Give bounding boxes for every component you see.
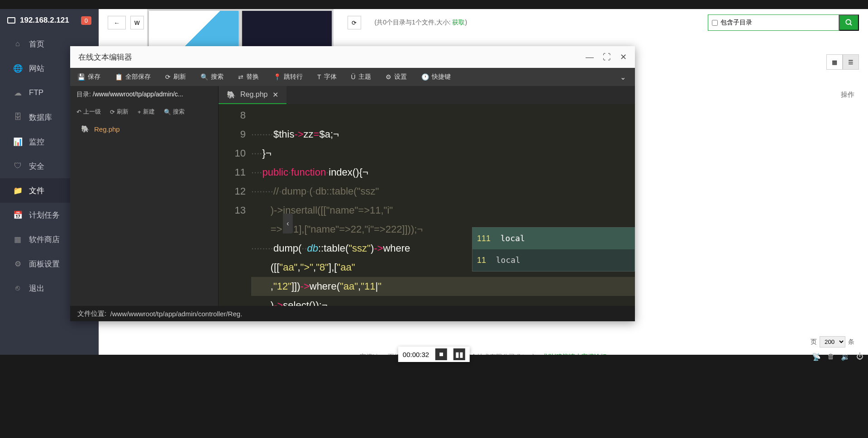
search-icon: 🔍 — [164, 109, 171, 115]
ip-address: 192.168.2.121 — [20, 16, 69, 25]
up-icon: ↶ — [76, 109, 81, 115]
back-button[interactable]: ← — [108, 16, 126, 29]
close-button[interactable]: ✕ — [620, 52, 627, 62]
power-icon[interactable]: ⏻ — [856, 352, 863, 361]
folder-icon: 📁 — [14, 186, 22, 195]
code-area: 🐘 Reg.php ✕ 8910111213 ········$this->zz… — [219, 86, 635, 306]
video-time: 00:00:32 — [403, 351, 429, 358]
dir-path: /www/wwwroot/tp/app/admin/c... — [93, 90, 183, 98]
autocomplete-popup: 111 local11 local — [472, 227, 635, 271]
db-icon: 🗄 — [14, 113, 22, 121]
search-input-wrap: 包含子目录 — [708, 14, 839, 31]
toolbar-theme-button[interactable]: Ü主题 — [344, 68, 378, 86]
saveall-icon: 📋 — [115, 73, 123, 81]
editor-titlebar: 在线文本编辑器 — ⛶ ✕ — [70, 46, 635, 68]
file-tree-item[interactable]: 🐘 Reg.php — [70, 120, 218, 138]
file-action-refresh[interactable]: ⟳刷新 — [107, 106, 131, 118]
toolbar-more-button[interactable]: ⌄ — [611, 73, 635, 81]
autocomplete-item[interactable]: 11 local — [472, 249, 634, 271]
shield-icon: 🛡 — [14, 162, 22, 170]
toolbar-saveall-button[interactable]: 📋全部保存 — [108, 68, 158, 86]
refresh-icon: ⟳ — [110, 109, 115, 115]
video-pause-button[interactable]: ▮▮ — [453, 348, 465, 360]
code-editor[interactable]: 8910111213 ········$this->zz=$a;¬ ····}¬… — [219, 104, 635, 306]
pagination: 页 200 条 — [811, 336, 854, 348]
search-icon: 🔍 — [200, 73, 208, 81]
minimize-button[interactable]: — — [586, 52, 594, 62]
editor-file-tree: 目录: /www/wwwroot/tp/app/admin/c... ↶上一级⟳… — [70, 86, 219, 306]
toolbar-settings-button[interactable]: ⚙设置 — [378, 68, 414, 86]
toolbar-search-button[interactable]: 🔍搜索 — [193, 68, 231, 86]
php-file-icon: 🐘 — [81, 125, 90, 133]
exit-icon: ⎋ — [14, 284, 22, 292]
plus-icon: + — [138, 109, 141, 115]
editor-title: 在线文本编辑器 — [78, 52, 132, 62]
gear-icon: ⚙ — [14, 260, 22, 268]
video-controls: 00:00:32 ■ ▮▮ — [398, 347, 470, 362]
toolbar-replace-button[interactable]: ⇄替换 — [231, 68, 266, 86]
toolbar-font-button[interactable]: T字体 — [310, 68, 344, 86]
file-action-up[interactable]: ↶上一级 — [74, 106, 104, 118]
system-tray: 📡 🗑 🔉 ⏻ — [812, 352, 863, 361]
taskbar — [0, 355, 868, 438]
save-icon: 💾 — [77, 73, 85, 81]
grid-view-button[interactable]: ▦ — [826, 54, 843, 70]
dir-label: 目录: — [76, 90, 91, 98]
settings-icon: ⚙ — [386, 73, 391, 81]
path-fragment: w — [130, 16, 144, 29]
operation-column-header: 操作 — [841, 90, 854, 99]
home-icon: ⌂ — [14, 40, 22, 48]
network-icon[interactable]: 📡 — [812, 352, 821, 361]
file-action-search[interactable]: 🔍搜索 — [161, 106, 187, 118]
shortcut-icon: 🕐 — [421, 73, 429, 81]
toolbar-save-button[interactable]: 💾保存 — [70, 68, 108, 86]
editor-status-bar: 文件位置: /www/wwwroot/tp/app/admin/controll… — [70, 306, 635, 321]
refresh-icon: ⟳ — [165, 73, 171, 81]
sidebar-header: 192.168.2.121 0 — [0, 9, 99, 32]
list-view-button[interactable]: ☰ — [843, 54, 859, 70]
search-button[interactable] — [839, 14, 859, 31]
goto-icon: 📍 — [273, 73, 281, 81]
page-size-select[interactable]: 200 — [820, 336, 845, 348]
cloud-icon: ☁ — [14, 89, 22, 97]
notification-badge[interactable]: 0 — [81, 16, 91, 25]
toolbar-goto-button[interactable]: 📍跳转行 — [266, 68, 310, 86]
monitor-icon — [7, 17, 15, 24]
volume-icon[interactable]: 🔉 — [841, 352, 850, 361]
calendar-icon: 📅 — [14, 211, 22, 219]
theme-icon: Ü — [351, 73, 356, 81]
globe-icon: 🌐 — [14, 64, 22, 72]
video-stop-button[interactable]: ■ — [435, 348, 447, 360]
sidebar-collapse-button[interactable]: ‹ — [283, 214, 293, 233]
editor-window: 在线文本编辑器 — ⛶ ✕ 💾保存📋全部保存⟳刷新🔍搜索⇄替换📍跳转行T字体Ü主… — [70, 46, 635, 321]
tab-close-button[interactable]: ✕ — [272, 90, 278, 99]
toolbar-refresh-button[interactable]: ⟳刷新 — [158, 68, 193, 86]
refresh-button[interactable]: ⟳ — [348, 16, 361, 29]
grid-icon: ▦ — [14, 235, 22, 243]
font-icon: T — [317, 73, 321, 81]
monitor-icon: 📊 — [14, 138, 22, 146]
maximize-button[interactable]: ⛶ — [603, 52, 611, 62]
svg-point-0 — [846, 19, 851, 24]
dir-info: (共0个目录与1个文件,大小: 获取) — [375, 19, 467, 27]
file-action-plus[interactable]: +新建 — [135, 106, 157, 118]
toolbar-shortcut-button[interactable]: 🕐快捷键 — [414, 68, 458, 86]
include-subdir-checkbox[interactable]: 包含子目录 — [712, 19, 752, 27]
replace-icon: ⇄ — [238, 73, 243, 81]
php-file-icon: 🐘 — [227, 90, 236, 99]
editor-toolbar: 💾保存📋全部保存⟳刷新🔍搜索⇄替换📍跳转行T字体Ü主题⚙设置🕐快捷键 ⌄ — [70, 68, 635, 86]
svg-line-1 — [850, 24, 852, 25]
autocomplete-item[interactable]: 111 local — [472, 228, 634, 249]
tab-label: Reg.php — [240, 90, 268, 99]
get-size-link[interactable]: 获取 — [452, 19, 465, 26]
editor-tab[interactable]: 🐘 Reg.php ✕ — [219, 86, 286, 104]
trash-icon[interactable]: 🗑 — [827, 352, 835, 361]
